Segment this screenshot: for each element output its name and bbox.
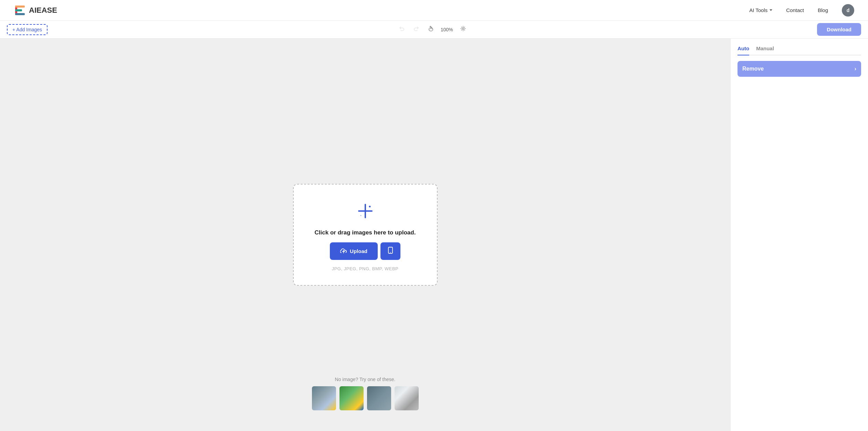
sample-image-2[interactable]	[339, 386, 364, 410]
sample-images-row	[312, 386, 419, 410]
svg-rect-1	[15, 6, 25, 8]
redo-button[interactable]	[412, 24, 421, 35]
remove-button-arrow: ›	[855, 66, 856, 72]
toolbar: + Add Images	[0, 21, 868, 39]
pan-button[interactable]	[426, 24, 435, 35]
header-nav: AI Tools Contact Blog d	[749, 4, 854, 17]
add-images-button[interactable]: + Add Images	[7, 24, 48, 35]
mobile-upload-button[interactable]	[380, 242, 400, 260]
logo-icon	[14, 4, 26, 17]
sample-image-1[interactable]	[312, 386, 336, 410]
sidebar-tabs: Auto Manual	[738, 45, 861, 55]
svg-point-10	[390, 252, 391, 253]
undo-icon	[399, 25, 405, 33]
upload-button-label: Upload	[350, 248, 367, 254]
mobile-icon	[387, 246, 394, 256]
download-button[interactable]: Download	[817, 23, 861, 36]
sample-images-label: No image? Try one of these.	[312, 377, 419, 382]
svg-rect-3	[15, 13, 25, 15]
nav-ai-tools[interactable]: AI Tools	[749, 7, 772, 13]
remove-button-label: Remove	[742, 66, 764, 72]
settings-button[interactable]	[459, 24, 468, 35]
chevron-down-icon	[770, 9, 772, 11]
undo-button[interactable]	[397, 24, 406, 35]
nav-contact[interactable]: Contact	[786, 7, 804, 13]
redo-icon	[413, 25, 419, 33]
tab-auto[interactable]: Auto	[738, 45, 749, 55]
svg-point-8	[360, 215, 361, 216]
toolbar-center: 100%	[52, 24, 813, 35]
canvas-area[interactable]: Click or drag images here to upload. Upl…	[0, 39, 730, 431]
upload-cloud-icon	[340, 247, 347, 255]
upload-button[interactable]: Upload	[330, 242, 378, 260]
tab-manual[interactable]: Manual	[756, 45, 774, 55]
header: AIEASE AI Tools Contact Blog d	[0, 0, 868, 21]
formats-text: JPG, JPEG, PNG, BMP, WEBP	[332, 266, 399, 271]
gear-icon	[460, 25, 466, 33]
upload-buttons: Upload	[330, 242, 400, 260]
sample-image-4[interactable]	[395, 386, 419, 410]
logo-text: AIEASE	[29, 6, 57, 15]
sidebar: Auto Manual Remove ›	[730, 39, 868, 431]
upload-main-text: Click or drag images here to upload.	[315, 229, 416, 236]
sample-images-section: No image? Try one of these.	[312, 377, 419, 410]
zoom-level: 100%	[441, 27, 453, 32]
add-images-label: + Add Images	[12, 27, 42, 32]
sample-image-3[interactable]	[367, 386, 391, 410]
remove-button[interactable]: Remove ›	[738, 61, 861, 77]
avatar[interactable]: d	[842, 4, 854, 17]
logo[interactable]: AIEASE	[14, 4, 57, 17]
upload-dropzone[interactable]: Click or drag images here to upload. Upl…	[293, 184, 438, 286]
hand-icon	[428, 25, 434, 33]
svg-point-4	[462, 28, 464, 30]
svg-rect-2	[15, 9, 22, 11]
main-layout: Click or drag images here to upload. Upl…	[0, 39, 868, 431]
nav-blog[interactable]: Blog	[818, 7, 828, 13]
svg-point-7	[369, 206, 370, 208]
upload-plus-icon	[356, 202, 375, 223]
